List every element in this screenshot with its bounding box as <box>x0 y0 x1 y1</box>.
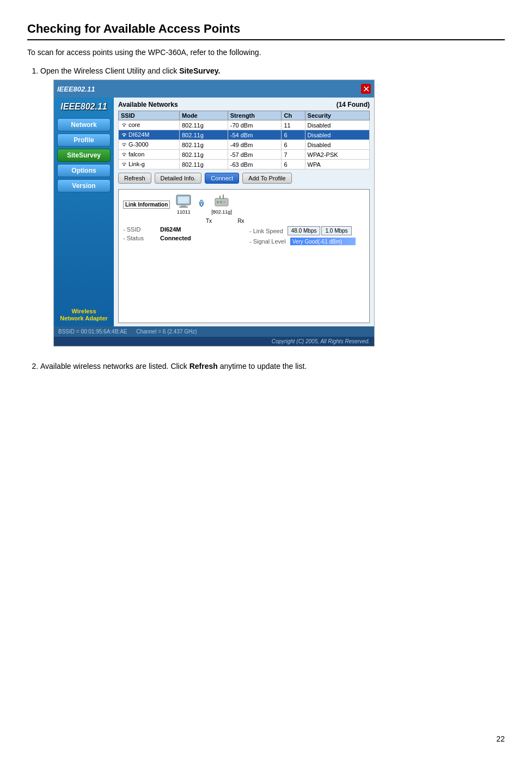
signal-icon <box>195 199 208 210</box>
row-security: Disabled <box>305 140 369 150</box>
signal-label: - Signal Level <box>249 238 286 245</box>
row-strength: -70 dBm <box>228 120 282 130</box>
signal-row: - Signal Level Very Good(-61 dBm) <box>249 238 365 245</box>
sidebar-btn-options[interactable]: Options <box>57 164 111 177</box>
networks-header-left: Available Networks <box>118 101 178 108</box>
app-logo-text: IEEE802.11 <box>57 85 95 93</box>
close-button[interactable]: ✕ <box>361 84 371 94</box>
row-ch: 11 <box>282 120 305 130</box>
step2-text-after: anytime to update the list. <box>218 362 307 371</box>
status-row: - Status Connected <box>123 235 239 241</box>
col-mode: Mode <box>180 111 228 120</box>
sidebar-btn-sitesurvey[interactable]: SiteSurvey <box>57 149 111 162</box>
app-footer: BSSID = 00:01:95:6A:4B:AE Channel = 6 (2… <box>54 326 374 337</box>
svg-point-6 <box>220 201 222 203</box>
status-label: - Status <box>123 235 156 241</box>
intro-text: To scan for access points using the WPC-… <box>27 48 505 57</box>
sidebar-btn-network[interactable]: Network <box>57 118 111 131</box>
router-icon <box>213 194 230 208</box>
svg-rect-9 <box>223 195 224 199</box>
tx-speed: 48.0 Mbps <box>288 226 321 235</box>
footer-bssid: BSSID = 00:01:95:6A:4B:AE <box>58 329 127 335</box>
row-ssid: G-3000 <box>119 140 180 150</box>
pc-label: 11011 <box>175 209 192 215</box>
row-strength: -57 dBm <box>228 150 282 160</box>
ssid-label: - SSID <box>123 226 156 233</box>
app-footer-copyright: Copyright (C) 2005, All Rights Reserved. <box>54 337 374 346</box>
networks-table: SSID Mode Strength Ch Security core 802.… <box>118 111 370 169</box>
row-ssid: falcon <box>119 150 180 160</box>
step2-text-before: Available wireless networks are listed. … <box>40 362 189 371</box>
row-strength: -54 dBm <box>228 130 282 140</box>
row-ssid: core <box>119 120 180 130</box>
row-ssid: Link-g <box>119 160 180 169</box>
row-mode: 802.11g <box>180 150 228 160</box>
col-strength: Strength <box>228 111 282 120</box>
svg-point-5 <box>217 201 219 203</box>
row-ch: 6 <box>282 140 305 150</box>
table-row[interactable]: G-3000 802.11g -49 dBm 6 Disabled <box>119 140 370 150</box>
step1-bold: SiteSurvey. <box>179 66 220 75</box>
svg-rect-2 <box>181 205 186 207</box>
link-info-section: Link Information <box>118 189 370 323</box>
footer-channel: Channel = 6 (2.437 GHz) <box>136 329 197 335</box>
row-strength: -63 dBm <box>228 160 282 169</box>
row-ch: 6 <box>282 160 305 169</box>
row-ssid: DI624M <box>119 130 180 140</box>
networks-header: Available Networks (14 Found) <box>118 101 370 108</box>
sidebar-btn-profile[interactable]: Profile <box>57 133 111 147</box>
row-ch: 6 <box>282 130 305 140</box>
svg-point-7 <box>223 201 225 203</box>
step2-bold: Refresh <box>189 362 218 371</box>
sidebar-logo: IEEE802.11 <box>57 102 111 112</box>
connect-button[interactable]: Connect <box>205 173 239 184</box>
copyright-text: Copyright (C) 2005, All Rights Reserved. <box>272 338 370 344</box>
svg-rect-8 <box>219 196 221 199</box>
ssid-value: DI624M <box>160 226 181 233</box>
sidebar-bottom-text: WirelessNetwork Adapter <box>57 308 111 322</box>
row-security: WPA <box>305 160 369 169</box>
row-mode: 802.11g <box>180 160 228 169</box>
row-strength: -49 dBm <box>228 140 282 150</box>
table-header-row: SSID Mode Strength Ch Security <box>119 111 370 120</box>
link-info-right: - Link Speed 48.0 Mbps 1.0 Mbps - Signal… <box>249 226 365 247</box>
step-1: Open the Wireless Client Utility and cli… <box>40 66 505 356</box>
rx-speed: 1.0 Mbps <box>321 226 351 235</box>
link-info-grid: - SSID DI624M - Status Connected <box>123 226 365 247</box>
status-value: Connected <box>160 235 191 241</box>
standard-label: [802.11g] <box>211 209 232 215</box>
speed-boxes: 48.0 Mbps 1.0 Mbps <box>288 226 352 235</box>
row-security: Disabled <box>305 120 369 130</box>
table-row[interactable]: DI624M 802.11g -54 dBm 6 Disabled <box>119 130 370 140</box>
link-info-title: Link Information <box>125 202 168 208</box>
col-ch: Ch <box>282 111 305 120</box>
link-speed-label: - Link Speed <box>249 228 283 234</box>
app-sidebar: IEEE802.11 Network Profile SiteSurvey Op… <box>54 98 114 326</box>
networks-header-right: (14 Found) <box>337 101 370 108</box>
add-to-profile-button[interactable]: Add To Profile <box>242 173 291 184</box>
table-row[interactable]: Link-g 802.11g -63 dBm 6 WPA <box>119 160 370 169</box>
detailed-info-button[interactable]: Detailed Info. <box>155 173 202 184</box>
sidebar-btn-version[interactable]: Version <box>57 179 111 192</box>
app-screenshot: IEEE802.11 ✕ IEEE802.11 Network Profile … <box>53 80 375 347</box>
table-row[interactable]: core 802.11g -70 dBm 11 Disabled <box>119 120 370 130</box>
sidebar-logo-text: IEEE802.11 <box>57 102 111 112</box>
svg-rect-3 <box>179 207 188 208</box>
tx-label: Tx <box>194 218 224 224</box>
table-row[interactable]: falcon 802.11g -57 dBm 7 WPA2-PSK <box>119 150 370 160</box>
col-security: Security <box>305 111 369 120</box>
row-mode: 802.11g <box>180 140 228 150</box>
page-number: 22 <box>496 734 505 743</box>
signal-bar: Very Good(-61 dBm) <box>290 238 356 245</box>
row-security: WPA2-PSK <box>305 150 369 160</box>
action-buttons-row: Refresh Detailed Info. Connect Add To Pr… <box>118 173 370 184</box>
svg-rect-1 <box>178 197 189 203</box>
row-ch: 7 <box>282 150 305 160</box>
ssid-row: - SSID DI624M <box>123 226 239 233</box>
refresh-button[interactable]: Refresh <box>118 173 151 184</box>
row-security: Disabled <box>305 130 369 140</box>
row-mode: 802.11g <box>180 130 228 140</box>
pc-icon <box>175 194 192 208</box>
signal-value: Very Good(-61 dBm) <box>292 239 343 245</box>
link-info-left: - SSID DI624M - Status Connected <box>123 226 239 247</box>
